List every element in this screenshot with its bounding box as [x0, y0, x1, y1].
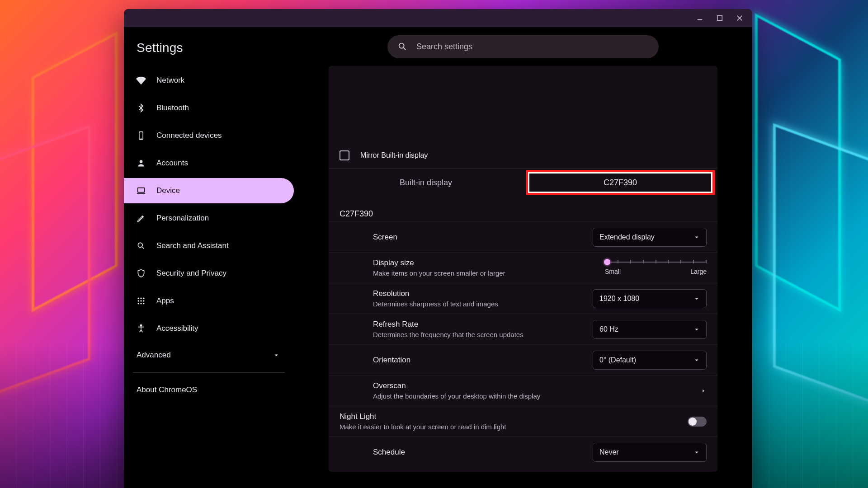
- resolution-select[interactable]: 868 x 488: [593, 289, 707, 308]
- svg-point-15: [399, 43, 404, 48]
- sidebar-item-label: Personalization: [156, 214, 209, 223]
- sidebar-item-bluetooth[interactable]: Bluetooth: [124, 95, 294, 121]
- sidebar-item-network[interactable]: Network: [124, 68, 294, 93]
- search-icon: [397, 42, 407, 52]
- refresh-rate-select[interactable]: 60 Hz: [593, 320, 707, 339]
- select-value: 0° (Default): [599, 356, 636, 364]
- sidebar-item-accessibility[interactable]: Accessibility: [124, 316, 294, 341]
- svg-point-11: [138, 303, 139, 304]
- screen-mode-select[interactable]: Extended display: [593, 228, 707, 247]
- svg-rect-3: [138, 188, 145, 192]
- sidebar-item-search-assistant[interactable]: Search and Assistant: [124, 233, 294, 258]
- slider-thumb[interactable]: [604, 259, 610, 265]
- svg-point-6: [140, 298, 142, 299]
- svg-point-9: [140, 300, 142, 301]
- screen-title: Screen: [373, 233, 397, 242]
- sidebar-item-accounts[interactable]: Accounts: [124, 150, 294, 176]
- night-light-sub: Make it easier to look at your screen or…: [340, 423, 506, 431]
- window-maximize-button[interactable]: [710, 9, 730, 27]
- phone-icon: [136, 130, 146, 141]
- tab-label: C27F390: [604, 178, 637, 188]
- tab-external-display[interactable]: C27F390: [523, 169, 717, 197]
- accessibility-icon: [136, 323, 146, 334]
- sidebar-item-security-privacy[interactable]: Security and Privacy: [124, 261, 294, 286]
- sidebar-item-label: Connected devices: [156, 131, 222, 140]
- chevron-down-icon: [693, 325, 701, 333]
- sidebar-item-label: Bluetooth: [156, 103, 189, 113]
- resolution-row: Resolution Determines sharpness of text …: [329, 283, 717, 314]
- slider-min-label: Small: [605, 268, 621, 275]
- shield-icon: [136, 268, 146, 279]
- person-icon: [136, 158, 146, 169]
- sidebar-advanced-toggle[interactable]: Advanced: [124, 343, 294, 367]
- settings-sidebar: Settings Network Bluetooth: [124, 27, 294, 488]
- sidebar-item-label: Search and Assistant: [156, 241, 229, 250]
- search-icon: [136, 240, 146, 251]
- schedule-title: Schedule: [373, 448, 405, 457]
- sidebar-item-personalization[interactable]: Personalization: [124, 206, 294, 231]
- night-light-title: Night Light: [340, 412, 506, 421]
- tab-label: Built-in display: [400, 178, 452, 188]
- display-size-slider[interactable]: Small Large: [605, 258, 707, 278]
- sidebar-about-label: About ChromeOS: [137, 385, 197, 394]
- orientation-row: Orientation 0° (Default): [329, 344, 717, 375]
- display-size-title: Display size: [373, 258, 505, 267]
- refresh-rate-sub: Determines the frequency that the screen…: [373, 331, 524, 338]
- window-titlebar[interactable]: [124, 9, 752, 27]
- settings-main: Mirror Built-in display Built-in display…: [294, 27, 752, 488]
- display-size-row: Display size Make items on your screen s…: [329, 252, 717, 283]
- sidebar-item-connected-devices[interactable]: Connected devices: [124, 123, 294, 148]
- sidebar-item-label: Device: [156, 186, 180, 195]
- refresh-rate-row: Refresh Rate Determines the frequency th…: [329, 314, 717, 344]
- chevron-down-icon: [693, 356, 701, 364]
- sidebar-item-label: Accessibility: [156, 324, 198, 333]
- chevron-down-icon: [693, 295, 701, 303]
- svg-point-14: [140, 325, 142, 326]
- apps-grid-icon: [136, 296, 146, 306]
- wifi-icon: [136, 75, 146, 86]
- laptop-icon: [136, 185, 146, 196]
- sidebar-advanced-label: Advanced: [137, 351, 171, 360]
- select-value: Extended display: [599, 233, 655, 241]
- settings-window: Settings Network Bluetooth: [124, 9, 752, 488]
- sidebar-item-device[interactable]: Device: [124, 178, 294, 203]
- display-section-heading: C27F390: [329, 197, 717, 221]
- search-input[interactable]: [416, 42, 650, 52]
- refresh-rate-title: Refresh Rate: [373, 320, 524, 329]
- resolution-title: Resolution: [373, 289, 498, 298]
- mirror-display-checkbox[interactable]: [340, 150, 349, 160]
- orientation-select[interactable]: 0° (Default): [593, 351, 707, 370]
- displays-panel: Mirror Built-in display Built-in display…: [329, 66, 717, 472]
- sidebar-item-label: Accounts: [156, 159, 188, 168]
- bluetooth-icon: [136, 103, 146, 113]
- night-light-row: Night Light Make it easier to look at yo…: [329, 406, 717, 436]
- window-minimize-button[interactable]: [690, 9, 710, 27]
- mirror-display-label: Mirror Built-in display: [360, 151, 428, 160]
- overscan-sub: Adjust the boundaries of your desktop wi…: [373, 392, 540, 400]
- svg-point-2: [140, 160, 143, 163]
- orientation-title: Orientation: [373, 356, 410, 365]
- slider-max-label: Large: [690, 268, 707, 275]
- screen-row: Screen Extended display: [329, 221, 717, 252]
- search-settings-field[interactable]: [387, 35, 659, 58]
- sidebar-item-label: Network: [156, 76, 184, 85]
- display-tabs: Built-in display C27F390: [329, 168, 717, 197]
- svg-point-7: [143, 298, 144, 299]
- sidebar-separator: [133, 372, 285, 373]
- night-light-toggle[interactable]: [688, 417, 707, 427]
- chevron-right-icon: [700, 388, 707, 394]
- schedule-row: Schedule Never: [329, 436, 717, 467]
- sidebar-about-chromeos[interactable]: About ChromeOS: [124, 378, 294, 402]
- svg-point-10: [143, 300, 144, 301]
- resolution-sub: Determines sharpness of text and images: [373, 300, 498, 308]
- tab-built-in-display[interactable]: Built-in display: [329, 169, 523, 197]
- chevron-down-icon: [693, 233, 701, 241]
- overscan-title: Overscan: [373, 381, 540, 390]
- sidebar-item-apps[interactable]: Apps: [124, 288, 294, 314]
- sidebar-item-label: Security and Privacy: [156, 269, 226, 278]
- overscan-row[interactable]: Overscan Adjust the boundaries of your d…: [329, 375, 717, 406]
- svg-point-12: [140, 303, 142, 304]
- window-close-button[interactable]: [730, 9, 750, 27]
- schedule-select[interactable]: Never: [593, 443, 707, 462]
- select-value: Never: [599, 448, 619, 456]
